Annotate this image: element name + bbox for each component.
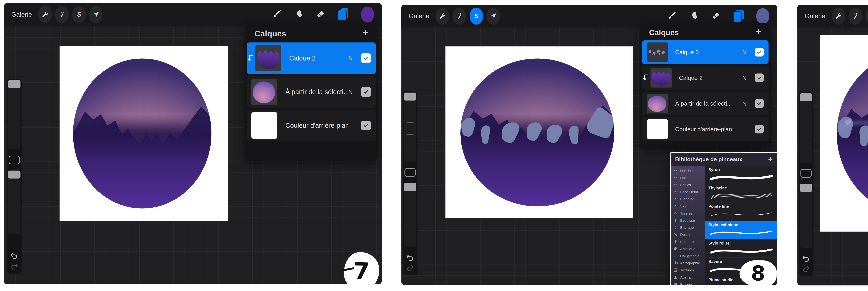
- brush-category-artistique[interactable]: Artistique: [671, 245, 705, 252]
- brush-category-fusains[interactable]: Fusains: [671, 281, 705, 285]
- slider-handle[interactable]: [800, 184, 812, 192]
- brush-category-icon: [673, 240, 678, 244]
- layer-row[interactable]: Calque 2N: [247, 42, 376, 74]
- brush-size-slider[interactable]: [800, 94, 812, 163]
- brush-category-label: Tree set: [680, 211, 693, 215]
- blend-mode-button[interactable]: N: [348, 55, 353, 62]
- brush-item[interactable]: Syrup: [705, 166, 777, 184]
- transform-arrow-button[interactable]: [487, 8, 500, 25]
- brush-opacity-slider[interactable]: [404, 183, 416, 247]
- redo-button[interactable]: [802, 265, 810, 274]
- brush-category-label: Textures: [680, 268, 694, 272]
- brush-item[interactable]: Pointe fine: [705, 203, 777, 221]
- adjustments-wand-button[interactable]: [55, 6, 69, 23]
- layer-visibility-checkbox[interactable]: [755, 125, 764, 134]
- undo-button[interactable]: [406, 254, 414, 263]
- gallery-button[interactable]: Galerie: [409, 12, 429, 20]
- brush-category-face-detail[interactable]: Face Detail: [671, 188, 705, 195]
- adjustments-wand-button[interactable]: [453, 8, 466, 25]
- selection-s-button[interactable]: S: [866, 8, 868, 25]
- layer-row[interactable]: À partir de la sélecti...N: [642, 92, 769, 115]
- brush-category-peinture[interactable]: Peinture: [671, 238, 705, 245]
- canvas[interactable]: [60, 46, 228, 221]
- redo-button[interactable]: [406, 264, 414, 273]
- slider-handle[interactable]: [800, 94, 812, 101]
- brush-item[interactable]: Stylo technique: [705, 221, 777, 239]
- eraser-tool-button[interactable]: [711, 11, 720, 21]
- wrench-button[interactable]: [832, 8, 845, 25]
- smudge-tool-button[interactable]: [294, 9, 303, 20]
- wrench-button[interactable]: [436, 8, 449, 25]
- brush-category-esquisse[interactable]: Esquisse: [671, 217, 705, 224]
- smudge-tool-button[interactable]: [689, 11, 699, 21]
- layer-row[interactable]: À partir de la sélecti...N: [247, 76, 376, 108]
- undo-button[interactable]: [10, 252, 19, 261]
- modify-button[interactable]: [801, 169, 812, 178]
- transform-arrow-button[interactable]: [89, 6, 103, 23]
- brush-tool-button[interactable]: [272, 9, 281, 20]
- blend-mode-button[interactable]: N: [742, 49, 747, 56]
- brush-category-abstrait[interactable]: Abstrait: [671, 274, 705, 281]
- gallery-button[interactable]: Galerie: [805, 12, 825, 20]
- brush-category-hair-set[interactable]: Hair Set: [671, 167, 705, 174]
- layers-panel-button[interactable]: [733, 9, 744, 23]
- brush-size-slider[interactable]: [8, 80, 21, 149]
- layer-visibility-checkbox[interactable]: [755, 73, 764, 82]
- layer-visibility-checkbox[interactable]: [755, 99, 764, 108]
- slider-handle[interactable]: [404, 183, 416, 191]
- layer-row[interactable]: Calque 3N: [642, 40, 769, 64]
- brush-item[interactable]: Thylacine: [705, 184, 777, 203]
- blend-mode-button[interactable]: N: [348, 88, 353, 95]
- modify-button[interactable]: [404, 168, 415, 177]
- layers-list: Calque 3N Calque 2N À partir de la sélec…: [640, 40, 771, 141]
- selection-s-button[interactable]: S: [470, 8, 483, 25]
- brush-opacity-slider[interactable]: [800, 184, 812, 248]
- layer-row[interactable]: Calque 2N: [642, 66, 769, 89]
- undo-button[interactable]: [802, 255, 810, 264]
- blend-mode-button[interactable]: N: [742, 100, 747, 107]
- squiggle-category-icon: [673, 232, 678, 237]
- add-layer-button[interactable]: +: [755, 27, 762, 37]
- modify-button[interactable]: [9, 156, 20, 164]
- brush-category-blending[interactable]: Blending: [671, 195, 705, 203]
- brush-item[interactable]: Stylo roller: [705, 239, 777, 258]
- brush-category-hair[interactable]: Hair: [671, 174, 705, 181]
- brush-category-tree-set[interactable]: Tree set: [671, 210, 705, 217]
- adjustments-wand-icon: [58, 11, 66, 18]
- brush-size-slider[interactable]: [404, 93, 416, 162]
- adjustments-wand-button[interactable]: [848, 8, 862, 25]
- eraser-tool-button[interactable]: [316, 9, 325, 20]
- layer-visibility-checkbox[interactable]: [361, 87, 371, 97]
- brush-tool-button[interactable]: [667, 11, 677, 21]
- slider-handle[interactable]: [8, 171, 21, 179]
- layers-panel-button[interactable]: [338, 8, 348, 21]
- selection-s-button[interactable]: S: [72, 6, 86, 23]
- brush-opacity-slider[interactable]: [8, 171, 21, 234]
- slider-handle[interactable]: [8, 80, 21, 88]
- brush-category-textures[interactable]: Textures: [671, 266, 705, 274]
- wrench-button[interactable]: [38, 6, 52, 23]
- blend-mode-button[interactable]: N: [742, 75, 747, 81]
- layer-row[interactable]: Couleur d'arrière-plan: [247, 110, 376, 141]
- brush-category-calligraphie[interactable]: aCalligraphie: [671, 252, 705, 259]
- layer-row[interactable]: Couleur d'arrière-plan: [642, 117, 769, 141]
- active-color-swatch[interactable]: [361, 7, 374, 23]
- active-color-swatch[interactable]: [756, 8, 769, 24]
- brush-category-aérographie[interactable]: Aérographie: [671, 259, 705, 266]
- add-layer-button[interactable]: +: [363, 27, 369, 38]
- layer-thumbnail: [650, 68, 672, 87]
- layer-visibility-checkbox[interactable]: [361, 121, 371, 130]
- layer-visibility-checkbox[interactable]: [361, 53, 371, 63]
- gallery-button[interactable]: Galerie: [11, 11, 32, 18]
- slider-handle[interactable]: [404, 93, 416, 101]
- brush-category-encrage[interactable]: Encrage: [671, 224, 705, 231]
- brush-category-basics[interactable]: Basics: [671, 181, 705, 188]
- nib-category-icon: [673, 225, 678, 230]
- layer-visibility-checkbox[interactable]: [755, 48, 764, 57]
- canvas[interactable]: [445, 46, 633, 218]
- canvas[interactable]: [820, 35, 868, 231]
- redo-button[interactable]: [10, 263, 19, 271]
- add-brush-button[interactable]: +: [768, 155, 773, 163]
- brush-category-skin[interactable]: Skin: [671, 203, 705, 210]
- brush-category-dessin[interactable]: Dessin: [671, 231, 705, 238]
